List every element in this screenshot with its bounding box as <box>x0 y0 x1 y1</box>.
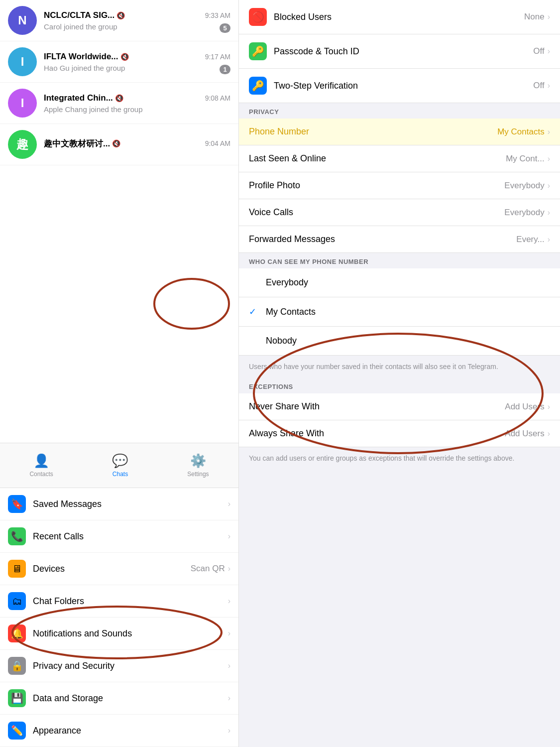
chat-content: Integrated Chin... 🔇 9:08 AM Apple Chang… <box>44 93 230 114</box>
exceptions-section: Never Share With Add Users › Always Shar… <box>239 393 560 447</box>
settings-icon-notifications: 🔔 <box>8 624 26 642</box>
chat-item-iflta[interactable]: I IFLTA Worldwide... 🔇 9:17 AM Hao Gu jo… <box>0 41 238 83</box>
avatar: I <box>8 47 37 76</box>
tab-label-chats: Chats <box>112 471 128 478</box>
phone-option-label-everybody: Everybody <box>266 277 550 288</box>
chat-content: IFLTA Worldwide... 🔇 9:17 AM Hao Gu join… <box>44 52 230 72</box>
mute-icon: 🔇 <box>120 53 129 61</box>
settings-icon-appearance: ✏️ <box>8 722 26 740</box>
chevron-icon: › <box>548 208 550 217</box>
mute-icon: 🔇 <box>112 139 120 147</box>
phone-option-label-mycontacts: My Contacts <box>266 307 550 317</box>
privacy-label-forwarded: Forwarded Messages <box>249 234 516 245</box>
chevron-icon: › <box>548 402 550 411</box>
settings-label-saved: Saved Messages <box>33 499 228 509</box>
unread-badge: 5 <box>220 23 230 33</box>
avatar: I <box>8 89 37 118</box>
settings-icon-storage: 💾 <box>8 689 26 707</box>
right-value-twostep: Off <box>533 81 544 91</box>
exceptions-label-alwaysshare: Always Share With <box>249 428 505 439</box>
exceptions-value-nevershare: Add Users <box>505 402 544 412</box>
privacy-item-forwarded[interactable]: Forwarded Messages Every... › <box>239 226 560 253</box>
mute-icon: 🔇 <box>115 94 123 102</box>
privacy-value-profilephoto: Everybody <box>504 181 544 191</box>
security-item-blocked[interactable]: 🚫 Blocked Users None › <box>239 0 560 34</box>
phone-option-nobody[interactable]: Nobody <box>239 327 560 356</box>
privacy-item-lastseen[interactable]: Last Seen & Online My Cont... › <box>239 145 560 172</box>
right-label-blocked: Blocked Users <box>274 12 524 22</box>
right-icon-passcode: 🔑 <box>249 42 267 60</box>
settings-label-calls: Recent Calls <box>33 531 228 542</box>
chat-item-nclc[interactable]: N NCLC/CLTA SIG... 🔇 9:33 AM Carol joine… <box>0 0 238 41</box>
settings-label-privacy: Privacy and Security <box>33 661 228 671</box>
phone-option-everybody[interactable]: Everybody <box>239 268 560 297</box>
chevron-icon: › <box>548 12 550 21</box>
chat-item-zhongwen[interactable]: 趣 趣中文教材研讨... 🔇 9:04 AM <box>0 124 238 165</box>
chevron-icon: › <box>228 726 230 735</box>
settings-item-privacy[interactable]: 🔒 Privacy and Security › <box>0 650 238 682</box>
settings-label-folders: Chat Folders <box>33 596 228 607</box>
exceptions-value-alwaysshare: Add Users <box>505 429 544 439</box>
settings-item-folders[interactable]: 🗂 Chat Folders › <box>0 585 238 618</box>
exceptions-header: EXCEPTIONS <box>239 378 560 393</box>
settings-icon-devices: 🖥 <box>8 560 26 578</box>
chevron-icon: › <box>228 629 230 638</box>
exceptions-item-alwaysshare[interactable]: Always Share With Add Users › <box>239 420 560 447</box>
phone-number-note: Users who have your number saved in thei… <box>239 356 560 378</box>
chat-item-integrated[interactable]: I Integrated Chin... 🔇 9:08 AM Apple Cha… <box>0 83 238 124</box>
privacy-value-voicecalls: Everybody <box>504 208 544 218</box>
settings-label-appearance: Appearance <box>33 726 228 736</box>
chat-time: 9:04 AM <box>205 139 230 147</box>
tab-label-settings: Settings <box>187 471 209 478</box>
settings-item-calls[interactable]: 📞 Recent Calls › <box>0 520 238 553</box>
chevron-icon: › <box>228 597 230 606</box>
chevron-icon: › <box>228 564 230 573</box>
unread-badge: 1 <box>220 65 230 74</box>
chevron-icon: › <box>548 127 550 136</box>
settings-item-appearance[interactable]: ✏️ Appearance › <box>0 715 238 747</box>
avatar: 趣 <box>8 130 37 159</box>
settings-label-devices: Devices <box>33 564 191 574</box>
chat-preview: Hao Gu joined the group <box>44 64 230 72</box>
chevron-icon: › <box>228 499 230 508</box>
privacy-item-voicecalls[interactable]: Voice Calls Everybody › <box>239 199 560 226</box>
chevron-icon: › <box>228 694 230 703</box>
privacy-value-phone: My Contacts <box>497 127 544 137</box>
settings-icon-calls: 📞 <box>8 527 26 545</box>
settings-label-notifications: Notifications and Sounds <box>33 628 228 639</box>
tab-chats[interactable]: 💬 Chats <box>102 449 138 482</box>
exceptions-item-nevershare[interactable]: Never Share With Add Users › <box>239 393 560 420</box>
security-item-twostep[interactable]: 🔑 Two-Step Verification Off › <box>239 69 560 103</box>
privacy-item-phone[interactable]: Phone Number My Contacts › <box>239 119 560 145</box>
chevron-icon: › <box>548 235 550 244</box>
tab-settings[interactable]: ⚙️ Settings <box>177 449 219 482</box>
chat-time: 9:08 AM <box>205 94 230 102</box>
chat-preview: Carol joined the group <box>44 22 230 31</box>
settings-item-saved[interactable]: 🔖 Saved Messages › <box>0 488 238 520</box>
right-icon-blocked: 🚫 <box>249 8 267 26</box>
phone-option-label-nobody: Nobody <box>266 336 550 346</box>
chat-time: 9:17 AM <box>205 53 230 61</box>
chat-content: 趣中文教材研讨... 🔇 9:04 AM <box>44 138 230 151</box>
phone-option-mycontacts[interactable]: ✓ My Contacts <box>239 297 560 327</box>
settings-item-storage[interactable]: 💾 Data and Storage › <box>0 682 238 715</box>
privacy-label-phone: Phone Number <box>249 126 497 137</box>
mute-icon: 🔇 <box>116 11 125 19</box>
tab-contacts[interactable]: 👤 Contacts <box>19 449 63 482</box>
privacy-item-profilephoto[interactable]: Profile Photo Everybody › <box>239 172 560 199</box>
tab-icon-settings: ⚙️ <box>190 453 206 469</box>
exceptions-label-nevershare: Never Share With <box>249 401 505 412</box>
settings-item-notifications[interactable]: 🔔 Notifications and Sounds › <box>0 618 238 650</box>
privacy-label-voicecalls: Voice Calls <box>249 207 504 218</box>
right-value-blocked: None <box>524 12 545 22</box>
settings-icon-privacy: 🔒 <box>8 657 26 675</box>
check-icon-mycontacts: ✓ <box>249 306 259 317</box>
chevron-icon: › <box>548 81 550 90</box>
chevron-icon: › <box>548 47 550 56</box>
security-item-passcode[interactable]: 🔑 Passcode & Touch ID Off › <box>239 34 560 69</box>
right-label-twostep: Two-Step Verification <box>274 81 533 91</box>
tab-icon-chats: 💬 <box>112 453 128 469</box>
tab-label-contacts: Contacts <box>29 471 53 478</box>
settings-item-devices[interactable]: 🖥 Devices Scan QR › <box>0 553 238 585</box>
privacy-value-forwarded: Every... <box>516 235 544 245</box>
